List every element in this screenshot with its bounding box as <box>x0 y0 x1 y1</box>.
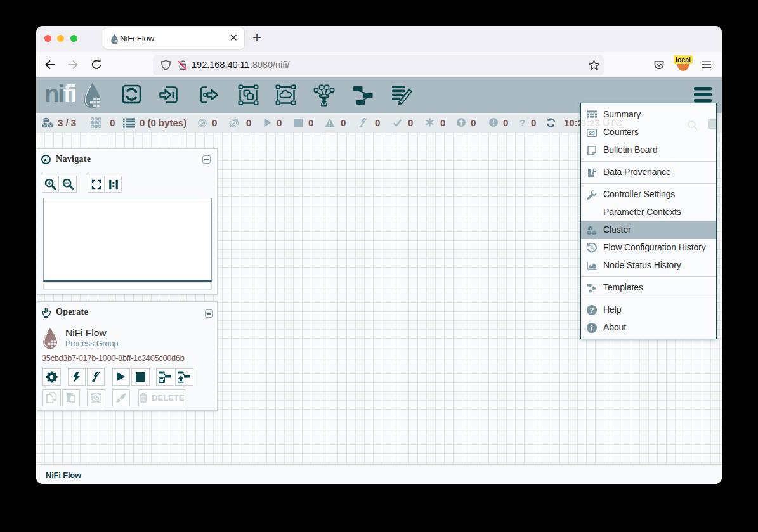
svg-text:23: 23 <box>589 129 595 136</box>
svg-text:?: ? <box>590 306 594 314</box>
